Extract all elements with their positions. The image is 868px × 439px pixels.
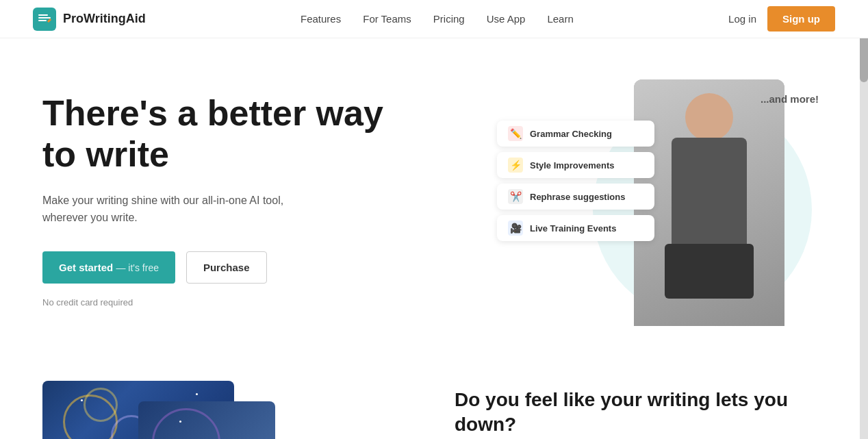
grammar-label: Grammar Checking bbox=[530, 129, 612, 139]
nav-link-features[interactable]: Features bbox=[301, 13, 341, 25]
overlay-stars bbox=[138, 401, 275, 439]
feature-card-training: 🎥 Live Training Events bbox=[497, 215, 654, 241]
svg-rect-1 bbox=[38, 17, 51, 18]
hero-title: There's a better way to write bbox=[42, 93, 398, 175]
login-link[interactable]: Log in bbox=[728, 13, 756, 25]
section-two: My idea in my head Do you feel like your… bbox=[10, 353, 858, 439]
get-started-button[interactable]: Get started — it's free bbox=[42, 251, 175, 284]
svg-rect-2 bbox=[38, 20, 47, 21]
hero-illustration: ...and more! ✏️ Grammar Checking ⚡ Style… bbox=[497, 79, 826, 326]
scrollbar[interactable] bbox=[860, 0, 868, 439]
training-label: Live Training Events bbox=[530, 223, 616, 234]
rephrase-icon: ✂️ bbox=[508, 189, 523, 204]
style-label: Style Improvements bbox=[530, 160, 615, 171]
hero-left: There's a better way to write Make your … bbox=[42, 79, 398, 308]
starry-night-container: My idea in my head bbox=[42, 381, 275, 439]
free-label: — it's free bbox=[116, 262, 159, 273]
person-laptop bbox=[665, 244, 754, 299]
feature-card-style: ⚡ Style Improvements bbox=[497, 152, 654, 178]
navbar-actions: Log in Sign up bbox=[728, 6, 835, 32]
nav-link-learn[interactable]: Learn bbox=[547, 13, 573, 25]
nav-item-pricing[interactable]: Pricing bbox=[433, 13, 465, 25]
feature-card-rephrase: ✂️ Rephrase suggestions bbox=[497, 184, 654, 210]
nav-item-use-app[interactable]: Use App bbox=[487, 13, 526, 25]
section-two-content: Do you feel like your writing lets you d… bbox=[455, 381, 826, 439]
navbar: ProWritingAid Features For Teams Pricing… bbox=[0, 0, 868, 38]
overlay-card bbox=[138, 401, 275, 439]
section-two-illustration: My idea in my head bbox=[42, 381, 413, 439]
nav-item-learn[interactable]: Learn bbox=[547, 13, 573, 25]
hero-section: There's a better way to write Make your … bbox=[10, 38, 858, 353]
nav-links: Features For Teams Pricing Use App Learn bbox=[301, 13, 574, 25]
feature-cards-container: ✏️ Grammar Checking ⚡ Style Improvements… bbox=[497, 121, 654, 241]
get-started-label: Get started bbox=[59, 262, 113, 273]
person-torso bbox=[672, 138, 747, 247]
brand-logo-icon bbox=[33, 8, 56, 31]
nav-link-pricing[interactable]: Pricing bbox=[433, 13, 465, 25]
no-credit-text: No credit card required bbox=[42, 297, 398, 308]
training-icon: 🎥 bbox=[508, 221, 523, 236]
hero-buttons: Get started — it's free Purchase bbox=[42, 251, 398, 284]
grammar-icon: ✏️ bbox=[508, 126, 523, 141]
person-body-container bbox=[634, 79, 784, 326]
nav-item-features[interactable]: Features bbox=[301, 13, 341, 25]
section-two-title: Do you feel like your writing lets you d… bbox=[455, 388, 826, 438]
svg-rect-0 bbox=[38, 14, 48, 16]
rephrase-label: Rephrase suggestions bbox=[530, 192, 625, 202]
and-more-label: ...and more! bbox=[761, 93, 819, 105]
hero-person-illustration bbox=[634, 79, 784, 326]
nav-link-use-app[interactable]: Use App bbox=[487, 13, 526, 25]
style-icon: ⚡ bbox=[508, 158, 523, 173]
brand-name: ProWritingAid bbox=[63, 12, 146, 26]
person-head bbox=[685, 93, 733, 141]
feature-card-grammar: ✏️ Grammar Checking bbox=[497, 121, 654, 147]
purchase-button[interactable]: Purchase bbox=[186, 251, 267, 284]
nav-link-for-teams[interactable]: For Teams bbox=[363, 13, 411, 25]
signup-button[interactable]: Sign up bbox=[767, 6, 835, 32]
nav-item-for-teams[interactable]: For Teams bbox=[363, 13, 411, 25]
hero-subtitle: Make your writing shine with our all-in-… bbox=[42, 192, 330, 227]
brand-logo-link[interactable]: ProWritingAid bbox=[33, 8, 146, 31]
